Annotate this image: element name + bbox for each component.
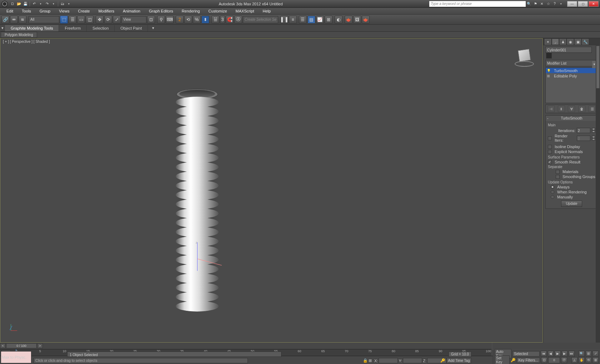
spinner-snap-icon[interactable]: ⬍ bbox=[201, 16, 209, 24]
help-drop-icon[interactable]: ▾ bbox=[558, 1, 564, 6]
menu-views[interactable]: Views bbox=[55, 8, 74, 14]
frame-display[interactable]: 0 / 100 bbox=[6, 343, 37, 348]
render-iters-check[interactable] bbox=[548, 136, 552, 140]
ribbon-tab-graphite[interactable]: Graphite Modeling Tools bbox=[5, 25, 59, 31]
zoom-ext-icon[interactable]: ⤢ bbox=[592, 351, 599, 357]
isolate-icon[interactable]: ⊡ bbox=[541, 357, 547, 363]
material-icon[interactable]: ◐ bbox=[335, 16, 342, 24]
time-config-icon[interactable]: ⏱ bbox=[561, 357, 567, 363]
zoom-all-icon[interactable]: ⊞ bbox=[586, 351, 592, 357]
exchange-icon[interactable]: ✕ bbox=[539, 1, 545, 6]
ribbon-expand-icon[interactable]: ▾ bbox=[151, 26, 156, 30]
object-color-swatch[interactable] bbox=[546, 53, 552, 59]
named-sel-combo[interactable]: Create Selection Se bbox=[243, 16, 278, 23]
frame-field[interactable]: 0 bbox=[548, 357, 560, 363]
rollout-header[interactable]: TurboSmooth bbox=[546, 116, 598, 121]
menu-create[interactable]: Create bbox=[74, 8, 94, 14]
prev-frame-icon[interactable]: ◀ bbox=[548, 351, 554, 357]
menu-modifiers[interactable]: Modifiers bbox=[94, 8, 119, 14]
zoom-icon[interactable]: 🔍 bbox=[579, 351, 585, 357]
comm-icon[interactable]: ⚑ bbox=[532, 1, 538, 6]
scale-icon[interactable]: ⤢ bbox=[113, 16, 121, 24]
y-field[interactable] bbox=[403, 358, 422, 363]
key-icon[interactable]: 🔑 bbox=[511, 358, 516, 363]
spin-up-icon[interactable]: ▲ bbox=[592, 136, 595, 138]
explicit-check[interactable] bbox=[548, 150, 552, 154]
spin-up-icon[interactable]: ▲ bbox=[592, 128, 595, 130]
key-mode-combo[interactable]: Selected bbox=[512, 351, 540, 357]
render-iters-spinner[interactable]: 0 bbox=[577, 136, 590, 141]
isoline-check[interactable] bbox=[548, 145, 552, 149]
curve-editor-icon[interactable]: 📈 bbox=[316, 16, 324, 24]
show-end-icon[interactable]: Ⅱ bbox=[558, 106, 565, 112]
render-frame-icon[interactable]: 🖼 bbox=[353, 16, 361, 24]
tab-utilities-icon[interactable]: 🔧 bbox=[582, 39, 589, 45]
viewport-label[interactable]: [ + ] [ Perspective ] [ Shaded ] bbox=[3, 40, 50, 44]
object-name-field[interactable]: Cylinder001 bbox=[545, 47, 592, 53]
layer-mgr-icon[interactable]: ▤ bbox=[308, 16, 315, 24]
remove-mod-icon[interactable]: 🗑 bbox=[578, 106, 585, 112]
ribbon-tab-selection[interactable]: Selection bbox=[87, 25, 115, 31]
setkey-button[interactable]: Set Key bbox=[495, 355, 510, 364]
stack-item-turbosmooth[interactable]: 💡TurboSmooth bbox=[546, 68, 598, 73]
stack-item-editablepoly[interactable]: ◼Editable Poly bbox=[546, 73, 598, 79]
bind-icon[interactable]: ≋ bbox=[19, 16, 26, 24]
scene-object-cylinder[interactable] bbox=[176, 89, 219, 310]
maximize-vp-icon[interactable]: ⊞ bbox=[592, 357, 599, 363]
key-icon[interactable]: 🔑 bbox=[440, 358, 445, 363]
spin-down-icon[interactable]: ▼ bbox=[592, 138, 595, 141]
fov-icon[interactable]: ◬ bbox=[571, 357, 578, 363]
keymode-icon[interactable]: ⌨ bbox=[166, 16, 174, 24]
project-drop-icon[interactable]: ▾ bbox=[66, 1, 72, 6]
app-icon[interactable] bbox=[1, 1, 8, 7]
minimize-button[interactable]: — bbox=[567, 1, 577, 7]
ribbon-tab-objectpaint[interactable]: Object Paint bbox=[115, 25, 148, 31]
next-frame-icon[interactable]: ▶ bbox=[562, 351, 568, 357]
manually-radio[interactable] bbox=[551, 195, 554, 199]
align-icon[interactable]: ≡ bbox=[289, 16, 297, 24]
modifier-stack[interactable]: 💡TurboSmooth ◼Editable Poly bbox=[545, 67, 598, 103]
frame-prev-icon[interactable]: < bbox=[0, 343, 6, 348]
polygon-modeling-panel[interactable]: Polygon Modeling bbox=[1, 32, 37, 38]
search-icon[interactable]: 🔍 bbox=[526, 1, 532, 6]
modifier-list-combo[interactable]: Modifier List bbox=[545, 60, 598, 66]
configure-sets-icon[interactable]: ☰ bbox=[589, 106, 596, 112]
pivot-icon[interactable]: ⊡ bbox=[147, 16, 155, 24]
save-icon[interactable]: 💾 bbox=[22, 1, 28, 6]
move-icon[interactable]: ✥ bbox=[96, 16, 104, 24]
named-sel-icon[interactable]: Ⓐ bbox=[234, 16, 242, 24]
menu-maxscript[interactable]: MAXScript bbox=[231, 8, 259, 14]
goto-end-icon[interactable]: ⏭ bbox=[569, 351, 575, 357]
mirror-icon[interactable]: ▌▐ bbox=[280, 16, 288, 24]
maxscript-listener[interactable]: Max to Physc. bbox=[1, 351, 31, 363]
x-field[interactable] bbox=[379, 358, 398, 363]
tab-motion-icon[interactable]: ◉ bbox=[567, 39, 574, 45]
manip-icon[interactable]: ⚲ bbox=[157, 16, 165, 24]
render-icon[interactable]: 🫖 bbox=[362, 16, 370, 24]
menu-edit[interactable]: Edit bbox=[2, 8, 18, 14]
frame-next-icon[interactable]: > bbox=[37, 343, 43, 348]
snap-angle-icon[interactable]: ⟲ bbox=[184, 16, 192, 24]
smooth-result-check[interactable] bbox=[548, 160, 552, 164]
select-icon[interactable]: ⬚ bbox=[60, 16, 68, 24]
tab-hierarchy-icon[interactable]: ♟ bbox=[560, 39, 566, 45]
rotate-icon[interactable]: ⟳ bbox=[104, 16, 112, 24]
select-name-icon[interactable]: ☰ bbox=[69, 16, 76, 24]
layers-icon[interactable]: ☰ bbox=[299, 16, 307, 24]
ref-coord[interactable]: View bbox=[121, 16, 146, 23]
menu-rendering[interactable]: Rendering bbox=[178, 8, 204, 14]
pan-icon[interactable]: ✋ bbox=[579, 357, 585, 363]
project-icon[interactable]: 🗂 bbox=[60, 1, 65, 6]
menu-customize[interactable]: Customize bbox=[204, 8, 231, 14]
time-slider[interactable]: < 0 / 100 > bbox=[0, 343, 491, 349]
materials-check[interactable] bbox=[556, 170, 560, 174]
undo-icon[interactable]: ↶ bbox=[31, 1, 37, 6]
iterations-spinner[interactable]: 2 bbox=[577, 128, 590, 133]
close-button[interactable]: ✕ bbox=[589, 1, 599, 7]
bulb-icon[interactable]: 💡 bbox=[547, 69, 551, 72]
open-icon[interactable]: 📂 bbox=[16, 1, 22, 6]
render-setup-icon[interactable]: 🫖 bbox=[345, 16, 352, 24]
angle-val[interactable]: 3 bbox=[220, 16, 225, 24]
make-unique-icon[interactable]: ∀ bbox=[568, 106, 575, 112]
spin-down-icon[interactable]: ▼ bbox=[592, 130, 595, 133]
